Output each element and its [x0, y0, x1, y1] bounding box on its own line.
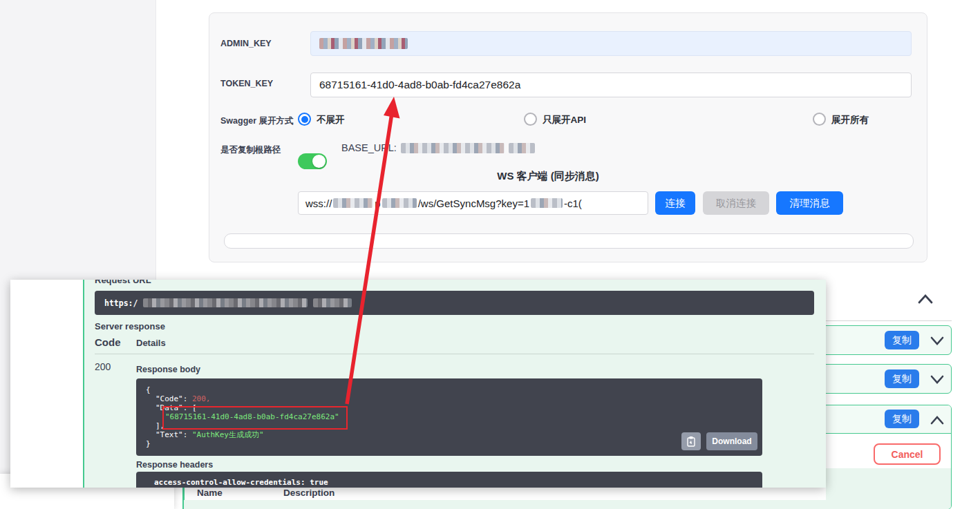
censored-base-url — [401, 143, 505, 153]
base-url-label: BASE_URL: — [341, 142, 397, 153]
status-code: 200 — [95, 361, 111, 372]
table-header-name: Name — [197, 488, 223, 498]
censored-request-url-2 — [313, 298, 352, 307]
censored-ws-host-2 — [382, 198, 417, 208]
radio-expand-api-only[interactable] — [524, 113, 537, 126]
chevron-down-icon[interactable] — [929, 374, 945, 386]
censored-admin-key-value — [319, 38, 408, 49]
section-collapse-icon[interactable] — [916, 292, 934, 305]
copy-button[interactable]: 复制 — [885, 369, 919, 388]
response-headers-box: access-control-allow-credentials: true — [136, 472, 762, 488]
json-line: } — [146, 439, 753, 448]
response-headers-label: Response headers — [136, 460, 213, 470]
radio-no-expand-label[interactable]: 不展开 — [317, 114, 345, 126]
radio-no-expand[interactable] — [298, 113, 311, 126]
censored-ws-key — [531, 198, 563, 208]
toggle-knob — [312, 155, 326, 168]
censored-base-url-2 — [509, 143, 535, 153]
copy-response-button[interactable] — [681, 432, 701, 450]
censored-request-url — [143, 298, 308, 307]
copy-button[interactable]: 复制 — [885, 331, 919, 349]
swagger-expand-label: Swagger 展开方式 — [220, 115, 294, 127]
request-url-bar: https:/ — [95, 291, 814, 315]
copy-root-path-label: 是否复制根路径 — [220, 144, 281, 156]
copy-button[interactable]: 复制 — [885, 410, 919, 428]
server-response-label: Server response — [95, 321, 165, 332]
radio-expand-api-only-label[interactable]: 只展开API — [543, 114, 586, 126]
chevron-up-icon[interactable] — [929, 414, 945, 426]
ws-client-title: WS 客户端 (同步消息) — [437, 170, 659, 183]
radio-expand-all-label[interactable]: 展开所有 — [831, 114, 869, 126]
json-line: "Code": 200, — [146, 394, 753, 403]
json-line: "Text": "AuthKey生成成功" — [146, 430, 753, 439]
code-column-header: Code — [95, 336, 121, 348]
response-body-label: Response body — [136, 365, 200, 374]
table-header-description: Description — [283, 488, 334, 498]
download-button[interactable]: Download — [706, 432, 757, 450]
request-url-scheme: https:/ — [104, 298, 138, 308]
responses-table-row — [184, 500, 826, 509]
chevron-up-icon — [916, 292, 934, 305]
radio-expand-all[interactable] — [813, 113, 826, 126]
server-response-panel: Request URL https:/ Server response Code… — [10, 280, 826, 488]
ws-url-mid1: p — [375, 198, 380, 209]
connect-button[interactable]: 连接 — [655, 191, 695, 215]
base-url-row: BASE_URL: — [341, 142, 535, 153]
settings-card: ADMIN_KEY TOKEN_KEY Swagger 展开方式 不展开 只展开… — [209, 12, 927, 262]
cancel-button[interactable]: Cancel — [874, 443, 941, 465]
ws-url-mid2: /ws/GetSyncMsg?key=1 — [418, 198, 529, 209]
chevron-down-icon[interactable] — [929, 335, 945, 347]
annotation-highlight-box — [162, 406, 348, 430]
clear-messages-button[interactable]: 清理消息 — [776, 191, 843, 215]
token-key-field[interactable] — [310, 73, 912, 97]
response-table-divider — [95, 354, 814, 354]
clipboard-icon — [686, 436, 696, 447]
copy-root-path-toggle[interactable] — [298, 153, 327, 169]
request-url-label: Request URL — [95, 280, 151, 285]
admin-key-field[interactable] — [310, 31, 912, 56]
screenshot-root: 复制 复制 复制 Cancel Name Description ADMIN_K… — [0, 0, 980, 509]
ws-url-field[interactable]: wss:// p /ws/GetSyncMsg?key=1 -c1( — [298, 191, 648, 215]
admin-key-label: ADMIN_KEY — [220, 39, 272, 48]
ws-url-suffix: -c1( — [564, 198, 582, 209]
ws-url-prefix: wss:// — [305, 198, 332, 209]
token-key-label: TOKEN_KEY — [220, 79, 273, 88]
ws-message-bar — [224, 233, 914, 249]
response-header-line: access-control-allow-credentials: true — [144, 478, 754, 487]
details-column-header: Details — [136, 338, 166, 348]
disconnect-button[interactable]: 取消连接 — [703, 191, 769, 215]
censored-ws-host — [333, 198, 373, 208]
json-line: { — [146, 385, 753, 394]
